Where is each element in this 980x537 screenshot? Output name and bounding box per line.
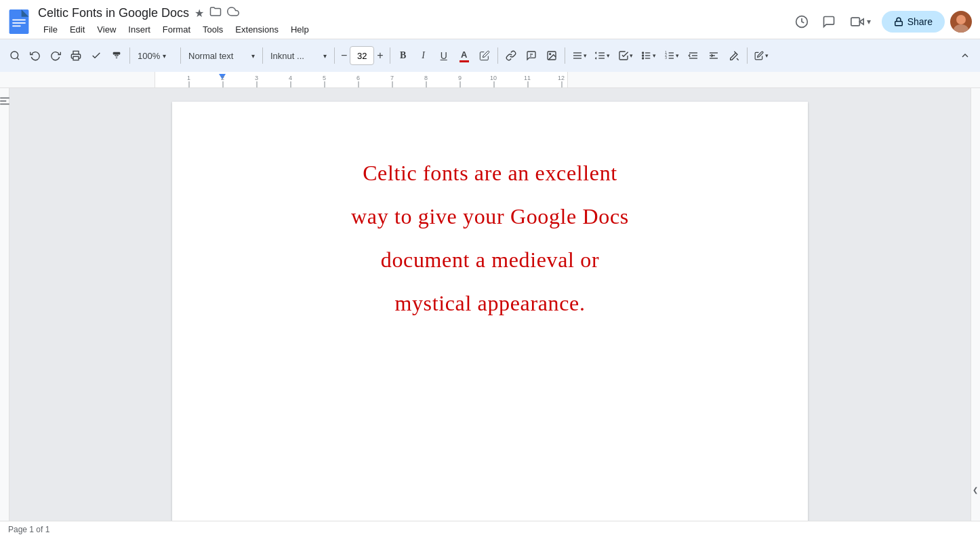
star-icon[interactable]: ★ — [195, 7, 204, 20]
edit-mode-arrow: ▾ — [765, 52, 769, 59]
menu-help[interactable]: Help — [285, 22, 314, 37]
title-bar: Celtic Fonts in Google Docs ★ File Edit … — [0, 0, 980, 39]
separator-4 — [334, 47, 335, 64]
increase-indent-button[interactable] — [704, 45, 723, 66]
line-spacing-button[interactable]: ▾ — [592, 45, 613, 66]
style-select[interactable]: Normal text ▾ — [184, 45, 259, 66]
link-button[interactable] — [502, 45, 520, 66]
edit-mode-button[interactable]: ▾ — [751, 45, 772, 66]
menu-view[interactable]: View — [91, 22, 121, 37]
separator-1 — [129, 47, 130, 64]
svg-text:6: 6 — [356, 75, 360, 81]
left-sidebar — [0, 88, 9, 521]
svg-rect-3 — [12, 25, 21, 26]
svg-point-9 — [954, 24, 968, 33]
sidebar-collapse-button[interactable]: ❮ — [971, 486, 980, 494]
content-line-4: mystical appearance. — [237, 286, 743, 321]
separator-7 — [565, 47, 565, 64]
align-button[interactable]: ▾ — [569, 45, 590, 66]
highlight-button[interactable] — [475, 45, 494, 66]
menu-file[interactable]: File — [38, 22, 63, 37]
checklist-button[interactable]: ▾ — [615, 45, 636, 66]
decrease-indent-button[interactable] — [684, 45, 703, 66]
svg-rect-6 — [851, 18, 859, 26]
doc-title[interactable]: Celtic Fonts in Google Docs — [38, 6, 189, 20]
separator-3 — [262, 47, 263, 64]
font-size-control: − 32 + — [338, 46, 386, 65]
menu-format[interactable]: Format — [157, 22, 196, 37]
insert-image-button[interactable] — [542, 45, 561, 66]
insert-comment-button[interactable] — [522, 45, 541, 66]
font-color-underline — [460, 60, 469, 62]
page-area[interactable]: Celtic fonts are an excellent way to giv… — [9, 88, 971, 521]
svg-text:11: 11 — [524, 75, 531, 81]
svg-text:8: 8 — [424, 75, 428, 81]
underline-button[interactable]: U — [434, 45, 453, 66]
ruler-main[interactable]: 1 2 3 4 5 6 7 8 9 10 11 12 13 1 — [155, 72, 568, 87]
svg-rect-12 — [73, 56, 79, 60]
paint-format-button[interactable] — [107, 45, 126, 66]
font-color-button[interactable]: A — [455, 45, 474, 66]
font-size-decrease-button[interactable]: − — [338, 48, 350, 63]
svg-text:7: 7 — [390, 75, 394, 81]
folder-icon[interactable] — [209, 5, 222, 20]
bold-label: B — [400, 50, 406, 61]
menu-tools[interactable]: Tools — [197, 22, 228, 37]
numbered-list-button[interactable]: 123 ▾ — [661, 45, 682, 66]
header-right: ▾ Share — [791, 11, 972, 33]
redo-button[interactable] — [46, 45, 65, 66]
font-size-increase-button[interactable]: + — [374, 48, 386, 63]
svg-text:5: 5 — [323, 75, 326, 81]
history-button[interactable] — [791, 11, 813, 33]
meet-button[interactable]: ▾ — [845, 12, 876, 31]
font-color-label: A — [461, 49, 467, 60]
svg-point-27 — [642, 55, 643, 56]
document-content[interactable]: Celtic fonts are an excellent way to giv… — [237, 156, 743, 321]
separator-2 — [180, 47, 181, 64]
ruler-ticks: 1 2 3 4 5 6 7 8 9 10 11 12 13 1 — [155, 72, 567, 88]
share-label: Share — [907, 16, 933, 27]
avatar[interactable] — [950, 11, 972, 33]
italic-button[interactable]: I — [414, 45, 433, 66]
print-button[interactable] — [66, 45, 85, 66]
menu-extensions[interactable]: Extensions — [230, 22, 284, 37]
page-indicator: Page 1 of 1 — [8, 525, 49, 534]
bullet-list-button[interactable]: ▾ — [638, 45, 659, 66]
separator-5 — [390, 47, 390, 64]
align-arrow: ▾ — [584, 52, 587, 59]
share-button[interactable]: Share — [882, 11, 945, 33]
title-section: Celtic Fonts in Google Docs ★ File Edit … — [38, 5, 785, 37]
content-line-3: document a medieval or — [237, 243, 743, 277]
svg-text:12: 12 — [558, 75, 565, 81]
ruler-area: 1 2 3 4 5 6 7 8 9 10 11 12 13 1 — [0, 72, 980, 88]
cloud-save-icon[interactable] — [227, 5, 239, 20]
spellcheck-button[interactable] — [87, 45, 106, 66]
separator-6 — [497, 47, 498, 64]
zoom-arrow: ▾ — [163, 52, 166, 60]
undo-button[interactable] — [26, 45, 45, 66]
font-size-input[interactable]: 32 — [350, 46, 374, 65]
font-arrow: ▾ — [323, 52, 327, 60]
menu-edit[interactable]: Edit — [64, 22, 90, 37]
collapse-toolbar-button[interactable] — [956, 45, 975, 66]
search-button[interactable] — [5, 45, 24, 66]
italic-label: I — [422, 50, 425, 61]
font-select[interactable]: Inknut ... ▾ — [266, 45, 331, 66]
zoom-select[interactable]: 100% ▾ — [134, 45, 177, 66]
comment-button[interactable] — [818, 11, 840, 33]
svg-point-16 — [549, 54, 550, 55]
clear-format-button[interactable] — [724, 45, 743, 66]
svg-point-8 — [956, 15, 966, 24]
menu-insert[interactable]: Insert — [123, 22, 156, 37]
svg-point-26 — [642, 52, 643, 54]
svg-text:3: 3 — [665, 56, 667, 60]
svg-text:2: 2 — [221, 75, 224, 81]
separator-8 — [747, 47, 748, 64]
svg-text:10: 10 — [490, 75, 497, 81]
outline-button[interactable] — [0, 95, 11, 110]
svg-text:4: 4 — [289, 75, 292, 81]
meet-dropdown[interactable]: ▾ — [867, 17, 871, 26]
toolbar: 100% ▾ Normal text ▾ Inknut ... ▾ − 32 +… — [0, 39, 980, 72]
svg-text:1: 1 — [187, 75, 190, 81]
bold-button[interactable]: B — [394, 45, 413, 66]
